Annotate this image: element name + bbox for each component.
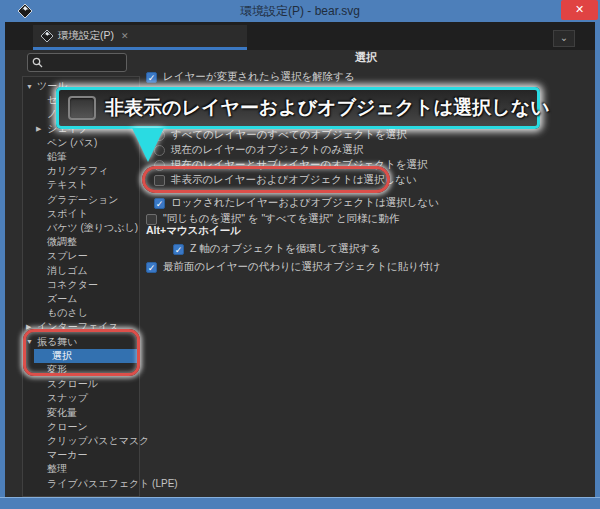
sidebar-item-label: 鉛筆 — [47, 150, 67, 164]
sidebar-item-label: ペン (パス) — [47, 136, 97, 150]
option-label: Z 軸のオブジェクトを循環して選択する — [190, 242, 381, 256]
sidebar-tree-item[interactable]: バケツ (塗りつぶし) — [23, 221, 139, 235]
sidebar-tree-item[interactable]: 変化量 — [23, 406, 139, 420]
option-label: すべてのレイヤーのすべてのオブジェクトを選択 — [171, 128, 407, 142]
callout-label: 非表示のレイヤーおよびオブジェクトは選択しない — [105, 95, 550, 121]
sidebar-item-label: クローン — [47, 420, 88, 434]
option-label: ロックされたレイヤーおよびオブジェクトは選択しない — [171, 196, 439, 210]
annotation-arrow-icon — [124, 126, 172, 166]
sidebar-tree: ▼ツールセレクタノード▶シェイプペン (パス)鉛筆カリグラフィテキストグラデーシ… — [23, 79, 139, 497]
sidebar-tree-item[interactable]: 鉛筆 — [23, 150, 139, 164]
option-label: 最前面のレイヤーの代わりに選択オブジェクトに貼り付け — [163, 260, 440, 274]
option-label: レイヤーが変更されたら選択を解除する — [163, 70, 355, 84]
inkscape-icon — [41, 30, 53, 42]
sidebar-item-label: ものさし — [47, 306, 88, 320]
title-bar[interactable]: 環境設定(P) - bear.svg ✕ — [0, 0, 600, 22]
sidebar-item-label: マーカー — [47, 448, 87, 462]
sidebar-tree-item[interactable]: ペン (パス) — [23, 136, 139, 150]
tab-bar: 環境設定(P) ✕ ⌄ — [5, 22, 595, 50]
window-close-button[interactable]: ✕ — [561, 0, 598, 20]
sidebar-item-label: 変化量 — [47, 406, 77, 420]
preferences-window: 環境設定(P) - bear.svg ✕ 環境設定(P) ✕ ⌄ ▼ツールセレク… — [0, 0, 600, 509]
sidebar-item-label: グラデーション — [47, 193, 118, 207]
sidebar-item-label: スプレー — [47, 249, 88, 263]
window-title: 環境設定(P) - bear.svg — [0, 3, 600, 20]
sidebar-item-label: ズーム — [47, 292, 77, 306]
checkbox-option[interactable]: ✓Z 軸のオブジェクトを循環して選択する — [173, 242, 381, 256]
checkbox-checked-icon[interactable]: ✓ — [154, 198, 165, 209]
expander-open-icon[interactable]: ▼ — [26, 83, 37, 90]
sidebar-tree-item[interactable]: クリップパスとマスク — [23, 434, 139, 448]
sidebar-tree-item[interactable]: スクロール — [23, 377, 139, 391]
annotation-highlight-option — [142, 166, 390, 193]
sidebar-item-label: 整理 — [47, 462, 67, 476]
sidebar-item-label: カリグラフィ — [47, 164, 108, 178]
sidebar-tree-item[interactable]: ものさし — [23, 306, 139, 320]
sidebar-item-label: ライブパスエフェクト (LPE) — [47, 477, 178, 491]
sidebar-item-label: 微調整 — [47, 235, 77, 249]
sidebar-tree-item[interactable]: 消しゴム — [23, 264, 139, 278]
sidebar-tree-item[interactable]: マーカー — [23, 448, 139, 462]
tab-label: 環境設定(P) — [58, 29, 114, 43]
sidebar-tree-item[interactable]: スナップ — [23, 391, 139, 405]
sidebar-tree-item[interactable]: テキスト — [23, 178, 139, 192]
tab-preferences[interactable]: 環境設定(P) ✕ — [33, 25, 247, 47]
checkbox-option[interactable]: ✓レイヤーが変更されたら選択を解除する — [146, 70, 355, 84]
checkbox-option[interactable]: ✓最前面のレイヤーの代わりに選択オブジェクトに貼り付け — [146, 260, 440, 274]
tab-close-icon[interactable]: ✕ — [121, 31, 129, 41]
checkbox-option[interactable]: ✓ロックされたレイヤーおよびオブジェクトは選択しない — [154, 196, 439, 210]
radio-option[interactable]: 現在のレイヤーのオブジェクトのみ選択 — [154, 143, 363, 157]
checkbox-unchecked-icon — [68, 96, 96, 120]
sidebar-item-label: バケツ (塗りつぶし) — [47, 221, 138, 235]
option-label: Alt+マウスホイール — [146, 224, 241, 238]
option-label: 現在のレイヤーのオブジェクトのみ選択 — [171, 143, 363, 157]
window-frame-bottom — [0, 497, 600, 509]
search-icon — [32, 57, 43, 68]
annotation-highlight-sidebar — [23, 329, 140, 376]
expander-closed-icon[interactable]: ▶ — [36, 125, 47, 133]
sidebar-tree-item[interactable]: コネクター — [23, 278, 139, 292]
checkbox-checked-icon[interactable]: ✓ — [146, 262, 157, 273]
page-title: 選択 — [140, 50, 592, 65]
sidebar-tree-item[interactable]: クローン — [23, 420, 139, 434]
sidebar-tree-item[interactable]: ライブパスエフェクト (LPE) — [23, 477, 139, 491]
annotation-zoom-callout: 非表示のレイヤーおよびオブジェクトは選択しない — [56, 87, 540, 129]
sidebar-tree-item[interactable]: 整理 — [23, 462, 139, 476]
sidebar-tree-item[interactable]: 微調整 — [23, 235, 139, 249]
sidebar-item-label: テキスト — [47, 178, 88, 192]
sidebar-item-label: コネクター — [47, 278, 98, 292]
sidebar-tree-item[interactable]: スポイト — [23, 207, 139, 221]
checkbox-checked-icon[interactable]: ✓ — [173, 244, 184, 255]
sidebar-tree-item[interactable]: スプレー — [23, 249, 139, 263]
chevron-down-icon[interactable]: ⌄ — [553, 30, 575, 47]
checkbox-unchecked-icon[interactable] — [146, 214, 157, 225]
sidebar-tree-item[interactable]: グラデーション — [23, 193, 139, 207]
search-input[interactable] — [27, 53, 127, 72]
radio-option[interactable]: すべてのレイヤーのすべてのオブジェクトを選択 — [154, 128, 407, 142]
sidebar-tree-item[interactable]: ズーム — [23, 292, 139, 306]
sidebar-item-label: クリップパスとマスク — [47, 434, 149, 448]
sidebar-item-label: スナップ — [47, 391, 88, 405]
sidebar-tree-item[interactable]: カリグラフィ — [23, 164, 139, 178]
sidebar-item-label: 消しゴム — [47, 264, 88, 278]
section-header: Alt+マウスホイール — [146, 224, 241, 238]
sidebar-item-label: スクロール — [47, 377, 98, 391]
checkbox-checked-icon[interactable]: ✓ — [146, 72, 157, 83]
sidebar-item-label: スポイト — [47, 207, 88, 221]
